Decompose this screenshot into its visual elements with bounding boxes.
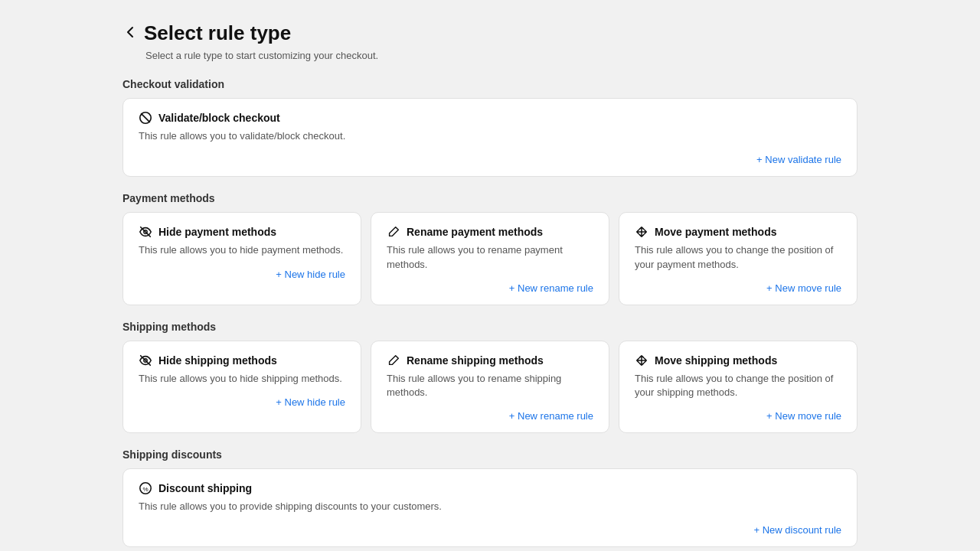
discount-icon bbox=[139, 481, 152, 495]
sections-container: Checkout validation Validate/block check… bbox=[122, 78, 858, 547]
card-validate-block: Validate/block checkout This rule allows… bbox=[122, 98, 858, 177]
action-link-hide-payment[interactable]: + New hide rule bbox=[276, 269, 345, 280]
card-desc-validate-block: This rule allows you to validate/block c… bbox=[139, 129, 841, 143]
action-link-validate-block[interactable]: + New validate rule bbox=[756, 154, 841, 165]
card-discount-shipping: Discount shipping This rule allows you t… bbox=[122, 468, 858, 547]
card-action-rename-shipping: + New rename rule bbox=[387, 410, 593, 422]
card-action-hide-shipping: + New hide rule bbox=[139, 396, 345, 408]
card-desc-rename-shipping: This rule allows you to rename shipping … bbox=[387, 372, 593, 399]
card-desc-move-payment: This rule allows you to change the posit… bbox=[635, 243, 841, 271]
header: Select rule type Select a rule type to s… bbox=[122, 21, 858, 61]
card-action-move-shipping: + New move rule bbox=[635, 410, 841, 422]
section-title-shipping-methods: Shipping methods bbox=[122, 321, 858, 333]
card-desc-move-shipping: This rule allows you to change the posit… bbox=[635, 372, 841, 399]
action-link-hide-shipping[interactable]: + New hide rule bbox=[276, 396, 345, 408]
card-title-hide-shipping: Hide shipping methods bbox=[158, 354, 277, 367]
card-action-validate-block: + New validate rule bbox=[139, 154, 841, 165]
card-hide-payment: Hide payment methods This rule allows yo… bbox=[122, 212, 361, 305]
rename-icon bbox=[387, 225, 400, 239]
card-header-hide-shipping: Hide shipping methods bbox=[139, 354, 345, 367]
move-icon bbox=[635, 225, 648, 239]
card-desc-hide-payment: This rule allows you to hide payment met… bbox=[139, 243, 345, 257]
section-title-shipping-discounts: Shipping discounts bbox=[122, 448, 858, 461]
section-shipping-discounts: Shipping discounts Discount shipping Thi… bbox=[122, 448, 858, 547]
block-icon bbox=[139, 111, 152, 125]
page-title: Select rule type bbox=[144, 21, 291, 45]
card-title-rename-shipping: Rename shipping methods bbox=[407, 354, 544, 367]
card-row-payment-methods: Hide payment methods This rule allows yo… bbox=[122, 212, 858, 305]
card-title-move-payment: Move payment methods bbox=[655, 226, 776, 238]
rename-icon bbox=[387, 354, 400, 367]
action-link-rename-shipping[interactable]: + New rename rule bbox=[509, 410, 593, 422]
hide-icon bbox=[139, 225, 152, 239]
hide-icon bbox=[139, 354, 152, 367]
card-header-move-shipping: Move shipping methods bbox=[635, 354, 841, 367]
back-button[interactable] bbox=[122, 24, 138, 40]
action-link-move-payment[interactable]: + New move rule bbox=[766, 282, 841, 294]
card-action-move-payment: + New move rule bbox=[635, 282, 841, 294]
card-header-validate-block: Validate/block checkout bbox=[139, 111, 841, 125]
page-subtitle: Select a rule type to start customizing … bbox=[145, 50, 858, 61]
action-link-move-shipping[interactable]: + New move rule bbox=[766, 410, 841, 422]
card-title-rename-payment: Rename payment methods bbox=[407, 226, 543, 238]
card-action-rename-payment: + New rename rule bbox=[387, 282, 593, 294]
card-action-discount-shipping: + New discount rule bbox=[139, 524, 841, 536]
section-payment-methods: Payment methods Hide payment methods Thi… bbox=[122, 192, 858, 305]
section-checkout-validation: Checkout validation Validate/block check… bbox=[122, 78, 858, 177]
card-header-discount-shipping: Discount shipping bbox=[139, 481, 841, 495]
card-desc-discount-shipping: This rule allows you to provide shipping… bbox=[139, 500, 841, 514]
card-rename-shipping: Rename shipping methods This rule allows… bbox=[371, 341, 609, 433]
section-title-payment-methods: Payment methods bbox=[122, 192, 858, 204]
card-header-hide-payment: Hide payment methods bbox=[139, 225, 345, 239]
card-action-hide-payment: + New hide rule bbox=[139, 269, 345, 280]
card-title-move-shipping: Move shipping methods bbox=[655, 354, 777, 367]
card-title-discount-shipping: Discount shipping bbox=[158, 482, 252, 494]
section-shipping-methods: Shipping methods Hide shipping methods T… bbox=[122, 321, 858, 433]
card-title-hide-payment: Hide payment methods bbox=[158, 226, 276, 238]
card-row-shipping-methods: Hide shipping methods This rule allows y… bbox=[122, 341, 858, 433]
card-desc-hide-shipping: This rule allows you to hide shipping me… bbox=[139, 372, 345, 386]
card-move-payment: Move payment methods This rule allows yo… bbox=[619, 212, 858, 305]
card-header-rename-payment: Rename payment methods bbox=[387, 225, 593, 239]
card-rename-payment: Rename payment methods This rule allows … bbox=[371, 212, 609, 305]
card-header-rename-shipping: Rename shipping methods bbox=[387, 354, 593, 367]
move-icon bbox=[635, 354, 648, 367]
card-title-validate-block: Validate/block checkout bbox=[158, 112, 280, 124]
action-link-discount-shipping[interactable]: + New discount rule bbox=[753, 524, 841, 536]
card-desc-rename-payment: This rule allows you to rename payment m… bbox=[387, 243, 593, 271]
section-title-checkout-validation: Checkout validation bbox=[122, 78, 858, 90]
card-move-shipping: Move shipping methods This rule allows y… bbox=[619, 341, 858, 433]
action-link-rename-payment[interactable]: + New rename rule bbox=[509, 282, 593, 294]
card-header-move-payment: Move payment methods bbox=[635, 225, 841, 239]
card-hide-shipping: Hide shipping methods This rule allows y… bbox=[122, 341, 361, 433]
